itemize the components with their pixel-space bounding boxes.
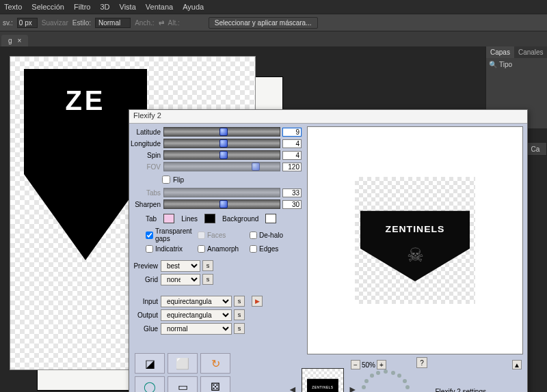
preview-text: ZENTINELS [360,225,470,234]
opt-sv-label: sv.: [3,19,13,27]
input-play-button[interactable]: ▶ [252,296,263,307]
spin-label: Spin [129,152,163,159]
document-tab-bar: g × [0,31,547,46]
glue-reset-button[interactable]: s [234,323,245,334]
flexify-dialog: Flexify 2 Latitude Longitude Spin [129,109,528,392]
indicatrix-label: Indicatrix [155,245,183,253]
sharpen-slider[interactable] [163,199,280,209]
tab-capas[interactable]: Capas [486,46,514,58]
opt-anch-label: Anch.: [135,19,154,27]
grid-select[interactable]: none [161,274,200,285]
input-reset-button[interactable]: s [234,296,245,307]
settings-label: Flexify 2 settings [436,388,486,392]
menu-ventana[interactable]: Ventana [146,3,173,11]
faces-checkbox [198,232,205,239]
menu-filtro[interactable]: Filtro [74,3,90,11]
tab-color-swatch[interactable] [163,214,174,223]
input-select[interactable]: equirectangular [161,296,232,307]
preset-dice-icon[interactable]: ⚄ [200,376,230,392]
longitude-slider[interactable] [163,139,280,148]
glue-select[interactable]: normal [161,323,232,335]
lines-color-swatch[interactable] [204,214,215,223]
dialog-controls: Latitude Longitude Spin FOV [129,126,302,336]
dehalo-label: De-halo [259,232,283,239]
flip-label: Flip [173,176,184,184]
background-color-swatch[interactable] [265,214,276,223]
transparent-gaps-checkbox[interactable] [146,232,153,239]
latitude-input[interactable] [282,128,302,137]
fov-label: FOV [129,163,163,171]
select-mask-button[interactable]: Seleccionar y aplicar máscara... [209,17,318,29]
fov-input[interactable] [282,163,302,171]
preset-apple-icon[interactable]: ⬜ [168,353,198,374]
edges-checkbox[interactable] [250,245,257,253]
anamorph-checkbox[interactable] [198,245,205,253]
menu-ayuda[interactable]: Ayuda [183,3,204,11]
tabs-input[interactable] [282,188,302,197]
preset-cube-icon[interactable]: ◪ [135,353,165,374]
longitude-input[interactable] [282,139,302,148]
thumb-next-icon[interactable]: ► [348,384,358,392]
dehalo-checkbox[interactable] [250,232,257,239]
longitude-label: Longitude [129,140,163,148]
opt-estilo-label: Estilo: [72,19,91,27]
help-button[interactable]: ? [416,357,427,368]
output-select[interactable]: equirectangular [161,309,232,321]
tab-swatch-label: Tab [146,215,157,223]
indicatrix-checkbox[interactable] [146,245,153,253]
opt-sv-input[interactable] [17,18,38,28]
zoom-value: 50% [362,361,375,369]
swap-icon[interactable]: ⇄ [159,19,164,27]
background-swatch-label: Background [222,215,258,223]
sharpen-label: Sharpen [129,201,163,208]
menu-3d[interactable]: 3D [100,3,109,11]
flip-checkbox[interactable] [162,176,170,184]
menu-seleccion[interactable]: Selección [31,3,64,11]
thumb-prev-icon[interactable]: ◄ [288,384,297,392]
layer-filter-label: Tipo [499,61,512,68]
opt-suavizar: Suavizar [42,19,68,27]
sharpen-input[interactable] [282,200,302,209]
layer-filter-row[interactable]: 🔍 Tipo [489,61,544,68]
lines-swatch-label: Lines [181,215,198,223]
frame-dot-ring[interactable] [359,368,412,392]
document-tab[interactable]: g × [1,35,28,46]
menu-vista[interactable]: Vista [120,3,136,11]
faces-label: Faces [207,232,226,239]
output-reset-button[interactable]: s [234,309,245,320]
search-icon: 🔍 [489,61,497,68]
latitude-slider[interactable] [163,127,280,137]
tabs-label: Tabs [129,189,163,197]
opt-alt-label: Alt.: [168,19,180,27]
preset-refresh-icon[interactable]: ↻ [200,353,230,374]
transparent-gaps-label: Transparent gaps [155,227,198,242]
spin-input[interactable] [282,151,302,160]
preview-shield: ZENTINELS ☠ [360,199,470,281]
input-label: Input [129,298,161,305]
preview-select[interactable]: best [161,260,200,272]
options-bar: sv.: Suavizar Estilo: Normal Anch.: ⇄ Al… [0,14,547,31]
latitude-label: Latitude [129,128,163,136]
zoom-in-button[interactable]: + [377,360,386,369]
zoom-out-button[interactable]: − [351,360,360,369]
tab-canales[interactable]: Canales [514,46,547,58]
preset-icon-grid: ◪ ⬜ ↻ ◯ ▭ ⚄ 🌍 ✚ ◆ ◆ ● [135,353,296,392]
grid-label: Grid [129,276,161,283]
zoom-fit-button[interactable]: ▲ [512,360,522,369]
glue-label: Glue [129,325,161,333]
spin-slider[interactable] [163,150,280,160]
preview-label: Preview [129,262,161,270]
preset-ring-icon[interactable]: ◯ [135,376,165,392]
close-icon[interactable]: × [18,37,22,44]
grid-reset-button[interactable]: s [202,274,213,285]
menu-texto[interactable]: Texto [4,3,22,11]
preview-checker: ZENTINELS ☠ [355,177,475,304]
opt-estilo-dropdown[interactable]: Normal [95,18,131,28]
thumbnail[interactable]: ZENTINELS [302,368,344,392]
output-label: Output [129,311,161,319]
preview-panel[interactable]: ZENTINELS ☠ [307,126,523,354]
shield-text: ZE [65,85,105,260]
preview-reset-button[interactable]: s [202,260,213,271]
document-tab-name: g [8,37,12,44]
preset-folder-icon[interactable]: ▭ [168,376,198,392]
